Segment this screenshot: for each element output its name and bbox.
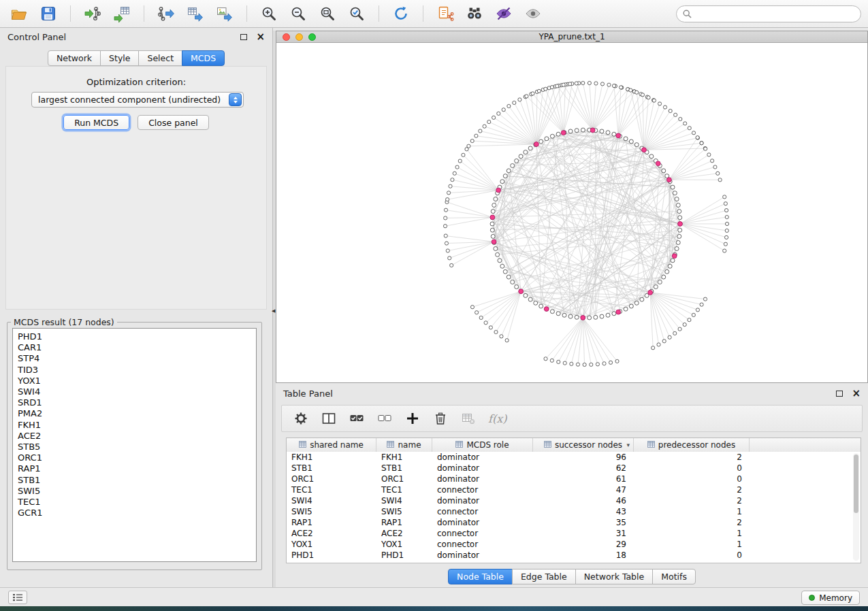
tab-edge-table[interactable]: Edge Table	[512, 569, 576, 584]
mcds-result-item[interactable]: SRD1	[18, 397, 251, 408]
cell-successor_nodes[interactable]: 29	[533, 539, 634, 550]
mcds-result-item[interactable]: ORC1	[18, 452, 251, 463]
table-scrollbar[interactable]	[853, 453, 859, 561]
cell-predecessor_nodes[interactable]: 2	[634, 484, 750, 495]
cell-shared_name[interactable]: ORC1	[287, 474, 376, 484]
search-network-button[interactable]	[462, 3, 487, 24]
tab-style[interactable]: Style	[100, 50, 139, 66]
table-row[interactable]: STB1STB1dominator620	[287, 463, 861, 474]
collapse-panel-icon[interactable]: ◀	[272, 308, 275, 314]
clone-network-button[interactable]	[433, 3, 457, 24]
cell-shared_name[interactable]: TEC1	[287, 484, 376, 495]
export-table-button[interactable]	[183, 3, 208, 24]
float-panel-icon[interactable]	[240, 34, 247, 40]
cell-mcds_role[interactable]: connector	[432, 506, 533, 517]
minimize-window-button[interactable]	[295, 33, 303, 41]
cell-name[interactable]: FKH1	[376, 452, 432, 463]
mcds-result-item[interactable]: GCR1	[18, 508, 251, 518]
criterion-select[interactable]: largest connected component (undirected)	[31, 92, 244, 108]
cell-successor_nodes[interactable]: 61	[533, 474, 634, 484]
tab-network[interactable]: Network	[48, 50, 101, 66]
mcds-result-item[interactable]: TID3	[18, 365, 251, 376]
mcds-result-item[interactable]: STP4	[18, 353, 251, 364]
search-box[interactable]	[676, 5, 861, 22]
panel-list-button[interactable]	[8, 591, 27, 604]
cell-predecessor_nodes[interactable]: 0	[634, 550, 750, 561]
cell-predecessor_nodes[interactable]: 1	[634, 539, 750, 550]
table-row[interactable]: ACE2ACE2connector311	[287, 528, 861, 539]
memory-button[interactable]: Memory	[801, 591, 860, 605]
column-header-successor_nodes[interactable]: successor nodes▾	[533, 438, 634, 452]
cell-mcds_role[interactable]: dominator	[432, 550, 533, 561]
cell-successor_nodes[interactable]: 96	[533, 452, 634, 463]
import-network-button[interactable]	[80, 3, 105, 24]
select-all-button[interactable]	[349, 410, 365, 427]
gear-button[interactable]	[293, 410, 309, 427]
cell-name[interactable]: PHD1	[376, 550, 432, 561]
cell-shared_name[interactable]: STB1	[287, 463, 376, 474]
mcds-result-item[interactable]: PMA2	[18, 408, 251, 419]
cell-mcds_role[interactable]: dominator	[432, 517, 533, 528]
mcds-result-item[interactable]: RAP1	[18, 463, 251, 474]
mcds-result-item[interactable]: STB1	[18, 475, 251, 486]
table-row[interactable]: PHD1PHD1dominator180	[287, 550, 861, 561]
cell-mcds_role[interactable]: dominator	[432, 452, 533, 463]
tab-network-table[interactable]: Network Table	[575, 569, 654, 584]
cell-mcds_role[interactable]: connector	[432, 539, 533, 550]
cell-successor_nodes[interactable]: 47	[533, 484, 634, 495]
table-row[interactable]: YOX1YOX1connector291	[287, 539, 861, 550]
tab-motifs[interactable]: Motifs	[652, 569, 696, 584]
close-window-button[interactable]	[283, 33, 290, 41]
zoom-out-button[interactable]	[286, 3, 310, 24]
cell-successor_nodes[interactable]: 35	[533, 517, 634, 528]
search-input[interactable]	[696, 9, 854, 18]
cell-predecessor_nodes[interactable]: 1	[634, 528, 750, 539]
scrollbar-thumb[interactable]	[854, 455, 858, 513]
cell-predecessor_nodes[interactable]: 2	[634, 452, 750, 463]
mcds-result-item[interactable]: STB5	[18, 442, 251, 452]
tab-node-table[interactable]: Node Table	[448, 569, 513, 584]
table-row[interactable]: TEC1TEC1connector472	[287, 484, 861, 495]
cell-name[interactable]: ACE2	[376, 528, 432, 539]
export-network-button[interactable]	[154, 3, 178, 24]
maximize-window-button[interactable]	[308, 33, 316, 41]
cell-successor_nodes[interactable]: 62	[533, 463, 634, 474]
cell-shared_name[interactable]: YOX1	[287, 539, 376, 550]
cell-successor_nodes[interactable]: 18	[533, 550, 634, 561]
cell-successor_nodes[interactable]: 31	[533, 528, 634, 539]
zoom-selected-button[interactable]	[344, 3, 369, 24]
close-panel-button[interactable]: Close panel	[138, 115, 209, 130]
tab-select[interactable]: Select	[138, 50, 182, 66]
float-table-panel-icon[interactable]	[836, 391, 843, 397]
cell-name[interactable]: STB1	[376, 463, 432, 474]
mcds-result-item[interactable]: ACE2	[18, 431, 251, 442]
mcds-result-item[interactable]: TEC1	[18, 497, 251, 508]
save-session-button[interactable]	[36, 3, 61, 24]
close-table-panel-icon[interactable]: ×	[852, 389, 861, 399]
cell-shared_name[interactable]: SWI5	[287, 506, 376, 517]
table-row[interactable]: ORC1ORC1dominator610	[287, 474, 861, 484]
cell-predecessor_nodes[interactable]: 2	[634, 495, 750, 506]
cell-successor_nodes[interactable]: 46	[533, 495, 634, 506]
cell-mcds_role[interactable]: connector	[432, 484, 533, 495]
column-header-name[interactable]: name	[376, 438, 432, 452]
column-header-shared_name[interactable]: shared name	[287, 438, 376, 452]
cell-name[interactable]: RAP1	[376, 517, 432, 528]
open-file-button[interactable]	[7, 3, 31, 24]
run-mcds-button[interactable]: Run MCDS	[63, 115, 129, 130]
cell-shared_name[interactable]: RAP1	[287, 517, 376, 528]
deselect-all-button[interactable]	[376, 410, 393, 427]
cell-predecessor_nodes[interactable]: 1	[634, 506, 750, 517]
add-column-button[interactable]	[404, 410, 421, 427]
cell-name[interactable]: SWI5	[376, 506, 432, 517]
cell-name[interactable]: YOX1	[376, 539, 432, 550]
close-panel-icon[interactable]: ×	[256, 32, 265, 42]
table-row[interactable]: FKH1FKH1dominator962	[287, 452, 861, 463]
cell-name[interactable]: SWI4	[376, 495, 432, 506]
cell-predecessor_nodes[interactable]: 0	[634, 463, 750, 474]
show-details-button[interactable]	[521, 3, 545, 24]
refresh-button[interactable]	[389, 3, 413, 24]
import-table-button[interactable]	[110, 3, 134, 24]
cell-mcds_role[interactable]: dominator	[432, 495, 533, 506]
tab-mcds[interactable]: MCDS	[182, 50, 225, 66]
